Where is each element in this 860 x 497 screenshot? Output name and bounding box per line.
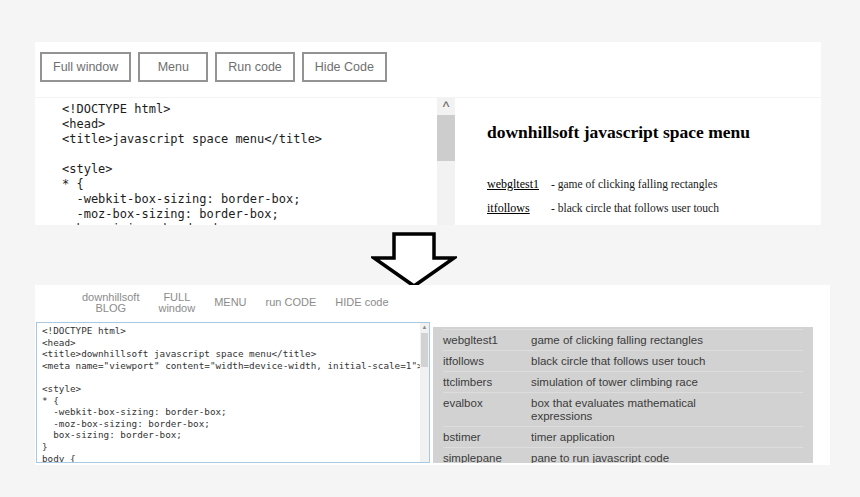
code-text-after: <!DOCTYPE html><head><title>downhillsoft… (42, 325, 419, 463)
code-line: <title>javascript space menu</title> (62, 132, 451, 147)
code-line (42, 371, 419, 383)
nav-item-line1: MENU (214, 297, 246, 309)
project-menu-after: webgltest1 game of clicking falling rect… (433, 327, 813, 463)
project-description: game of clicking falling rectangles (531, 334, 803, 347)
project-description: - black circle that follows user touch (551, 202, 719, 214)
nav-item-line2: window (158, 303, 195, 315)
code-line: * { (62, 177, 451, 192)
toolbar-button[interactable]: Run code (215, 52, 295, 82)
scroll-up-icon[interactable]: ▲ (420, 323, 429, 332)
menu-row[interactable]: ttclimbers simulation of tower climbing … (443, 371, 803, 392)
content-area-before: <!DOCTYPE html><head><title>javascript s… (35, 97, 821, 225)
menu-row[interactable]: bstimer timer application (443, 426, 803, 447)
code-line: } (42, 441, 419, 453)
code-line: <!DOCTYPE html> (62, 102, 451, 117)
project-link[interactable]: itfollows (487, 201, 551, 216)
toolbar-before: Full window Menu Run code Hide Code (40, 52, 387, 82)
project-link[interactable]: webgltest1 (487, 177, 551, 192)
preview-link-row: webgltest1 - game of clicking falling re… (487, 177, 821, 192)
scroll-up-icon[interactable]: ^ (437, 98, 455, 113)
scroll-thumb[interactable] (421, 333, 428, 367)
menu-row[interactable]: itfollows black circle that follows user… (443, 350, 803, 371)
mockup-after: downhillsoft BLOG FULL window MENU run C… (35, 285, 830, 465)
preview-pane-before: downhillsoft javascript space menu webgl… (460, 98, 821, 225)
code-text-before: <!DOCTYPE html><head><title>javascript s… (62, 102, 451, 225)
project-name[interactable]: evalbox (443, 397, 531, 423)
code-line: box-sizing: border-box; (62, 222, 451, 225)
mockup-before: Full window Menu Run code Hide Code <!DO… (35, 42, 821, 225)
nav-item[interactable]: MENU (214, 297, 246, 309)
scrollbar-vertical-mini[interactable]: ▲ (420, 323, 429, 462)
code-line: -webkit-box-sizing: border-box; (62, 192, 451, 207)
nav-item[interactable]: downhillsoft BLOG (82, 292, 139, 315)
code-line: <style> (42, 383, 419, 395)
toolbar-button[interactable]: Menu (138, 52, 208, 82)
down-arrow-icon (371, 231, 457, 289)
menu-row[interactable]: evalbox box that evaluates mathematical … (443, 392, 803, 426)
scrollbar-vertical[interactable]: ^ (437, 98, 455, 225)
code-line: <head> (62, 117, 451, 132)
preview-link-list: webgltest1 - game of clicking falling re… (487, 177, 821, 225)
menu-row[interactable]: webgltest1 game of clicking falling rect… (443, 329, 803, 350)
code-editor-before[interactable]: <!DOCTYPE html><head><title>javascript s… (48, 98, 451, 225)
menu-row[interactable]: simplepane pane to run javascript code (443, 447, 803, 463)
toolbar-button[interactable]: Hide Code (302, 52, 387, 82)
project-description: pane to run javascript code (531, 452, 803, 464)
project-description: black circle that follows user touch (531, 355, 803, 368)
project-name[interactable]: webgltest1 (443, 334, 531, 347)
code-line: -webkit-box-sizing: border-box; (42, 406, 419, 418)
canvas: Full window Menu Run code Hide Code <!DO… (0, 0, 860, 497)
nav-item-line1: run CODE (266, 297, 317, 309)
preview-link-row: itfollows - black circle that follows us… (487, 201, 821, 216)
code-line: * { (42, 395, 419, 407)
nav-item-line2: BLOG (82, 303, 139, 315)
preview-title: downhillsoft javascript space menu (487, 122, 821, 143)
nav-item[interactable]: HIDE code (335, 297, 388, 309)
project-name[interactable]: ttclimbers (443, 376, 531, 389)
project-name[interactable]: simplepane (443, 452, 531, 464)
project-name[interactable]: bstimer (443, 431, 531, 444)
project-description: timer application (531, 431, 803, 444)
project-description: simulation of tower climbing race (531, 376, 803, 389)
toolbar-button[interactable]: Full window (40, 52, 131, 82)
code-editor-after[interactable]: <!DOCTYPE html><head><title>downhillsoft… (36, 322, 430, 463)
code-line: body { (42, 453, 419, 463)
code-line: box-sizing: border-box; (42, 429, 419, 441)
code-line: <head> (42, 337, 419, 349)
scroll-thumb[interactable] (437, 115, 455, 161)
nav-item[interactable]: run CODE (266, 297, 317, 309)
nav-bar-after: downhillsoft BLOG FULL window MENU run C… (82, 285, 389, 321)
code-line: <meta name="viewport" content="width=dev… (42, 360, 419, 372)
code-line: -moz-box-sizing: border-box; (42, 418, 419, 430)
project-description: box that evaluates mathematical expressi… (531, 397, 803, 423)
project-name[interactable]: itfollows (443, 355, 531, 368)
code-line: <!DOCTYPE html> (42, 325, 419, 337)
code-line (62, 147, 451, 162)
project-description: - game of clicking falling rectangles (551, 178, 717, 190)
code-line: -moz-box-sizing: border-box; (62, 207, 451, 222)
nav-item[interactable]: FULL window (158, 292, 195, 315)
code-line: <style> (62, 162, 451, 177)
nav-item-line1: HIDE code (335, 297, 388, 309)
content-area-after: <!DOCTYPE html><head><title>downhillsoft… (35, 321, 830, 465)
code-line: <title>downhillsoft javascript space men… (42, 348, 419, 360)
